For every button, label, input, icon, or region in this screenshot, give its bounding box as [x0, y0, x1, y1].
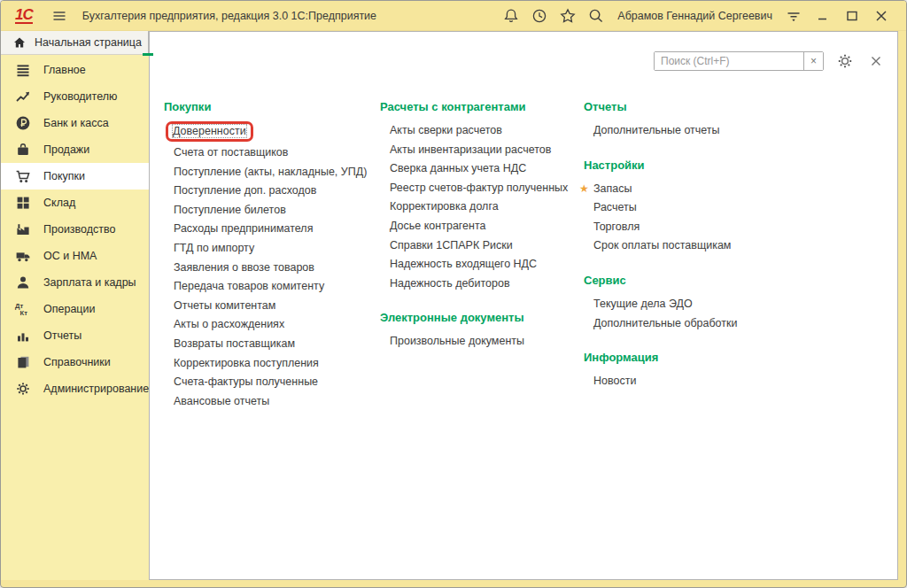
- menu-link[interactable]: Акты сверки расчетов: [390, 121, 502, 141]
- menu-link[interactable]: Счета от поставщиков: [174, 143, 288, 163]
- menu-link[interactable]: Возвраты поставщикам: [174, 335, 295, 354]
- menu-link[interactable]: Передача товаров комитенту: [174, 277, 324, 297]
- menu-link[interactable]: Сверка данных учета НДС: [390, 159, 526, 179]
- sidebar-item-administrirovanie[interactable]: Администрирование: [1, 375, 149, 402]
- search-input[interactable]: [655, 52, 803, 70]
- menu-link[interactable]: Новости: [593, 372, 636, 391]
- menu-link[interactable]: Справки 1СПАРК Риски: [390, 236, 513, 256]
- section-title: Настройки: [584, 159, 737, 172]
- section-items: ★ЗапасыРасчетыТорговляСрок оплаты постав…: [584, 180, 737, 256]
- active-tab-indicator: [143, 53, 153, 56]
- ruble-icon: [14, 114, 32, 132]
- menu-link[interactable]: Счета-фактуры полученные: [174, 373, 318, 392]
- menu-link[interactable]: ГТД по импорту: [174, 239, 254, 259]
- menu-link[interactable]: Акты инвентаризации расчетов: [390, 141, 551, 160]
- menu-link[interactable]: Реестр счетов-фактур полученных: [390, 179, 568, 198]
- menu-link[interactable]: Срок оплаты поставщикам: [593, 236, 731, 256]
- menu-link[interactable]: ★Запасы: [593, 180, 632, 199]
- section-title: Электронные документы: [380, 311, 584, 324]
- user-name[interactable]: Абрамов Геннадий Сергеевич: [617, 10, 772, 22]
- sidebar-item-zarplata-i-kadry[interactable]: Зарплата и кадры: [1, 269, 149, 296]
- menu-link[interactable]: Корректировка поступления: [174, 354, 319, 374]
- menu-link[interactable]: Расчеты: [593, 198, 637, 218]
- sidebar-item-label: ОС и НМА: [43, 250, 97, 262]
- section-title: Информация: [584, 351, 737, 364]
- menu-column: ОтчетыДополнительные отчетыНастройки★Зап…: [584, 100, 737, 411]
- menu-link[interactable]: Отчеты комитентам: [174, 297, 275, 316]
- minimize-button[interactable]: [813, 6, 833, 26]
- history-icon[interactable]: [530, 6, 549, 26]
- menu-link[interactable]: Дополнительные обработки: [593, 314, 737, 334]
- sidebar-item-label: Операции: [43, 303, 95, 315]
- menu-link[interactable]: Заявления о ввозе товаров: [174, 259, 314, 278]
- app-window: 1С Бухгалтерия предприятия, редакция 3.0…: [0, 0, 907, 588]
- gear-icon: [14, 380, 32, 398]
- sidebar-item-label: Отчеты: [43, 329, 81, 342]
- section-title: Отчеты: [584, 100, 737, 113]
- menu-column: Расчеты с контрагентамиАкты сверки расче…: [380, 100, 584, 411]
- global-search-icon[interactable]: [586, 6, 606, 26]
- section-items: ДоверенностиСчета от поставщиковПоступле…: [164, 121, 380, 411]
- menu-link[interactable]: Торговля: [593, 218, 640, 237]
- sidebar-item-label: Банк и касса: [43, 117, 109, 129]
- menu-link[interactable]: Надежность входящего НДС: [390, 255, 537, 275]
- notifications-bell-icon[interactable]: [501, 6, 521, 26]
- truck-icon: [14, 247, 32, 265]
- close-window-button[interactable]: [872, 6, 891, 26]
- cart-icon: [14, 167, 32, 185]
- sidebar: Начальная страница ГлавноеРуководителюБа…: [1, 31, 149, 580]
- menu-link[interactable]: Поступление билетов: [174, 201, 286, 220]
- 1c-logo: 1С: [15, 8, 33, 24]
- menu-link[interactable]: Досье контрагента: [390, 217, 486, 236]
- sidebar-item-operacii[interactable]: ДтКтОперации: [1, 296, 149, 322]
- favorites-star-icon[interactable]: [558, 6, 578, 26]
- sidebar-item-os-i-nma[interactable]: ОС и НМА: [1, 243, 149, 269]
- titlebar: 1С Бухгалтерия предприятия, редакция 3.0…: [1, 1, 906, 31]
- menu-link[interactable]: Текущие дела ЭДО: [593, 295, 693, 314]
- search-group: ×: [654, 51, 824, 71]
- book-icon: [14, 353, 32, 371]
- sidebar-item-label: Покупки: [43, 170, 85, 182]
- section-items: Акты сверки расчетовАкты инвентаризации …: [380, 121, 584, 293]
- sidebar-item-pokupki[interactable]: Покупки: [1, 163, 149, 190]
- section-menu: ПокупкиДоверенностиСчета от поставщиковП…: [150, 100, 897, 411]
- menu-link[interactable]: Дополнительные отчеты: [593, 121, 720, 141]
- sidebar-item-label: Склад: [43, 197, 75, 209]
- menu-link[interactable]: Акты о расхождениях: [174, 315, 284, 335]
- focused-link-text: Доверенности: [173, 125, 246, 137]
- search-clear-icon[interactable]: ×: [803, 52, 823, 70]
- panel-close-icon[interactable]: [866, 51, 886, 71]
- section-title: Сервис: [584, 274, 737, 287]
- section-title: Расчеты с контрагентами: [380, 100, 584, 113]
- sidebar-item-spravochniki[interactable]: Справочники: [1, 349, 149, 375]
- dtkt-icon: ДтКт: [14, 300, 32, 318]
- menu-link[interactable]: Авансовые отчеты: [174, 392, 269, 412]
- tab-home-page[interactable]: Начальная страница: [1, 31, 149, 55]
- menu-link[interactable]: Произвольные документы: [390, 332, 524, 352]
- star-icon: ★: [579, 180, 589, 199]
- menu-link[interactable]: Поступление доп. расходов: [174, 182, 316, 201]
- menu-link[interactable]: Поступление (акты, накладные, УПД): [174, 163, 367, 182]
- menu-link[interactable]: Расходы предпринимателя: [174, 220, 313, 239]
- window-title: Бухгалтерия предприятия, редакция 3.0 1С…: [82, 10, 376, 22]
- service-menu-icon[interactable]: [784, 6, 803, 26]
- sidebar-item-otchety[interactable]: Отчеты: [1, 322, 149, 349]
- sidebar-item-glavnoe[interactable]: Главное: [1, 57, 149, 83]
- sidebar-item-label: Администрирование: [43, 383, 149, 395]
- sidebar-item-sklad[interactable]: Склад: [1, 190, 149, 216]
- sidebar-item-label: Главное: [43, 64, 86, 76]
- sidebar-item-rukovoditelyu[interactable]: Руководителю: [1, 83, 149, 110]
- sidebar-item-proizvodstvo[interactable]: Производство: [1, 216, 149, 243]
- menu-link[interactable]: Корректировка долга: [390, 197, 499, 217]
- main-menu-hamburger-icon[interactable]: [50, 6, 69, 26]
- trend-icon: [14, 88, 32, 105]
- maximize-button[interactable]: [842, 6, 862, 26]
- list-icon: [14, 61, 32, 79]
- menu-link[interactable]: Доверенности: [174, 121, 253, 143]
- sidebar-item-prodazhi[interactable]: Продажи: [1, 136, 149, 163]
- menu-link[interactable]: Надежность дебиторов: [390, 275, 510, 294]
- panel-settings-gear-icon[interactable]: [835, 51, 855, 71]
- person-icon: [14, 274, 32, 291]
- sidebar-item-bank-i-kassa[interactable]: Банк и касса: [1, 110, 149, 136]
- section-items: Текущие дела ЭДОДополнительные обработки: [584, 295, 737, 333]
